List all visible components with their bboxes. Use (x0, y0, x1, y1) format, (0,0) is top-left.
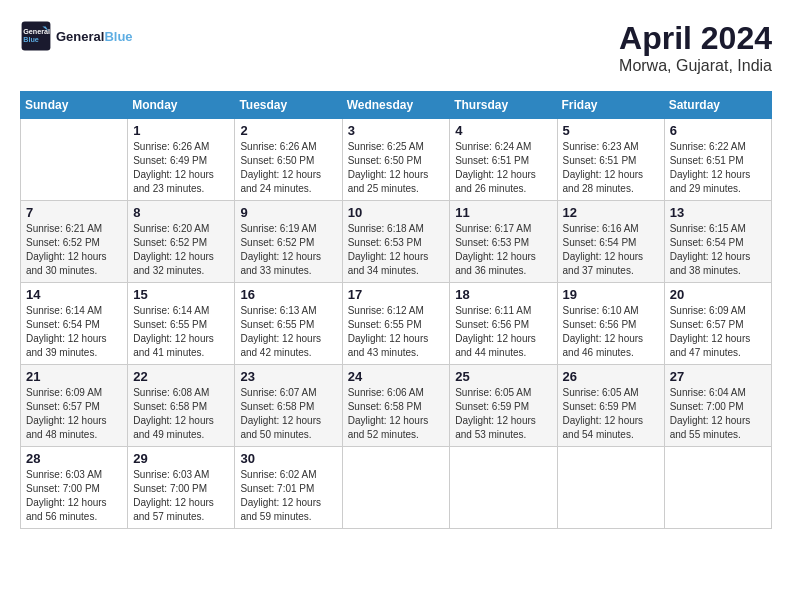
calendar-cell: 5Sunrise: 6:23 AM Sunset: 6:51 PM Daylig… (557, 119, 664, 201)
calendar-cell: 1Sunrise: 6:26 AM Sunset: 6:49 PM Daylig… (128, 119, 235, 201)
day-number: 2 (240, 123, 336, 138)
calendar-cell: 10Sunrise: 6:18 AM Sunset: 6:53 PM Dayli… (342, 201, 450, 283)
calendar-cell: 27Sunrise: 6:04 AM Sunset: 7:00 PM Dayli… (664, 365, 771, 447)
calendar-cell: 4Sunrise: 6:24 AM Sunset: 6:51 PM Daylig… (450, 119, 557, 201)
day-number: 3 (348, 123, 445, 138)
day-number: 7 (26, 205, 122, 220)
day-info: Sunrise: 6:15 AM Sunset: 6:54 PM Dayligh… (670, 222, 766, 278)
weekday-header-tuesday: Tuesday (235, 92, 342, 119)
day-info: Sunrise: 6:05 AM Sunset: 6:59 PM Dayligh… (563, 386, 659, 442)
calendar-cell: 25Sunrise: 6:05 AM Sunset: 6:59 PM Dayli… (450, 365, 557, 447)
day-number: 5 (563, 123, 659, 138)
day-info: Sunrise: 6:07 AM Sunset: 6:58 PM Dayligh… (240, 386, 336, 442)
day-info: Sunrise: 6:26 AM Sunset: 6:49 PM Dayligh… (133, 140, 229, 196)
calendar-cell: 26Sunrise: 6:05 AM Sunset: 6:59 PM Dayli… (557, 365, 664, 447)
day-info: Sunrise: 6:14 AM Sunset: 6:55 PM Dayligh… (133, 304, 229, 360)
weekday-header-friday: Friday (557, 92, 664, 119)
day-info: Sunrise: 6:06 AM Sunset: 6:58 PM Dayligh… (348, 386, 445, 442)
calendar-cell: 15Sunrise: 6:14 AM Sunset: 6:55 PM Dayli… (128, 283, 235, 365)
day-info: Sunrise: 6:11 AM Sunset: 6:56 PM Dayligh… (455, 304, 551, 360)
day-info: Sunrise: 6:08 AM Sunset: 6:58 PM Dayligh… (133, 386, 229, 442)
day-number: 1 (133, 123, 229, 138)
calendar-cell: 19Sunrise: 6:10 AM Sunset: 6:56 PM Dayli… (557, 283, 664, 365)
calendar-week-row: 1Sunrise: 6:26 AM Sunset: 6:49 PM Daylig… (21, 119, 772, 201)
calendar-cell: 22Sunrise: 6:08 AM Sunset: 6:58 PM Dayli… (128, 365, 235, 447)
calendar-cell: 9Sunrise: 6:19 AM Sunset: 6:52 PM Daylig… (235, 201, 342, 283)
day-number: 30 (240, 451, 336, 466)
calendar-cell: 13Sunrise: 6:15 AM Sunset: 6:54 PM Dayli… (664, 201, 771, 283)
day-info: Sunrise: 6:16 AM Sunset: 6:54 PM Dayligh… (563, 222, 659, 278)
day-info: Sunrise: 6:14 AM Sunset: 6:54 PM Dayligh… (26, 304, 122, 360)
day-number: 14 (26, 287, 122, 302)
weekday-header-thursday: Thursday (450, 92, 557, 119)
day-info: Sunrise: 6:25 AM Sunset: 6:50 PM Dayligh… (348, 140, 445, 196)
day-info: Sunrise: 6:21 AM Sunset: 6:52 PM Dayligh… (26, 222, 122, 278)
weekday-header-monday: Monday (128, 92, 235, 119)
day-info: Sunrise: 6:03 AM Sunset: 7:00 PM Dayligh… (26, 468, 122, 524)
calendar-cell: 14Sunrise: 6:14 AM Sunset: 6:54 PM Dayli… (21, 283, 128, 365)
day-number: 25 (455, 369, 551, 384)
day-info: Sunrise: 6:13 AM Sunset: 6:55 PM Dayligh… (240, 304, 336, 360)
weekday-header-saturday: Saturday (664, 92, 771, 119)
calendar-cell: 29Sunrise: 6:03 AM Sunset: 7:00 PM Dayli… (128, 447, 235, 529)
calendar-table: SundayMondayTuesdayWednesdayThursdayFrid… (20, 91, 772, 529)
day-info: Sunrise: 6:23 AM Sunset: 6:51 PM Dayligh… (563, 140, 659, 196)
calendar-cell: 18Sunrise: 6:11 AM Sunset: 6:56 PM Dayli… (450, 283, 557, 365)
day-number: 4 (455, 123, 551, 138)
calendar-cell: 7Sunrise: 6:21 AM Sunset: 6:52 PM Daylig… (21, 201, 128, 283)
day-info: Sunrise: 6:20 AM Sunset: 6:52 PM Dayligh… (133, 222, 229, 278)
calendar-cell (342, 447, 450, 529)
day-info: Sunrise: 6:09 AM Sunset: 6:57 PM Dayligh… (26, 386, 122, 442)
day-number: 8 (133, 205, 229, 220)
page-header: General Blue GeneralBlue April 2024 Morw… (20, 20, 772, 75)
title-block: April 2024 Morwa, Gujarat, India (619, 20, 772, 75)
calendar-cell: 8Sunrise: 6:20 AM Sunset: 6:52 PM Daylig… (128, 201, 235, 283)
calendar-cell: 12Sunrise: 6:16 AM Sunset: 6:54 PM Dayli… (557, 201, 664, 283)
day-info: Sunrise: 6:05 AM Sunset: 6:59 PM Dayligh… (455, 386, 551, 442)
calendar-cell: 17Sunrise: 6:12 AM Sunset: 6:55 PM Dayli… (342, 283, 450, 365)
day-info: Sunrise: 6:10 AM Sunset: 6:56 PM Dayligh… (563, 304, 659, 360)
calendar-cell: 21Sunrise: 6:09 AM Sunset: 6:57 PM Dayli… (21, 365, 128, 447)
day-number: 19 (563, 287, 659, 302)
day-number: 12 (563, 205, 659, 220)
svg-text:Blue: Blue (23, 35, 39, 44)
weekday-header-wednesday: Wednesday (342, 92, 450, 119)
weekday-header-row: SundayMondayTuesdayWednesdayThursdayFrid… (21, 92, 772, 119)
day-info: Sunrise: 6:09 AM Sunset: 6:57 PM Dayligh… (670, 304, 766, 360)
calendar-cell: 20Sunrise: 6:09 AM Sunset: 6:57 PM Dayli… (664, 283, 771, 365)
calendar-cell: 11Sunrise: 6:17 AM Sunset: 6:53 PM Dayli… (450, 201, 557, 283)
weekday-header-sunday: Sunday (21, 92, 128, 119)
day-number: 9 (240, 205, 336, 220)
day-info: Sunrise: 6:18 AM Sunset: 6:53 PM Dayligh… (348, 222, 445, 278)
day-info: Sunrise: 6:22 AM Sunset: 6:51 PM Dayligh… (670, 140, 766, 196)
day-number: 28 (26, 451, 122, 466)
day-number: 15 (133, 287, 229, 302)
calendar-week-row: 21Sunrise: 6:09 AM Sunset: 6:57 PM Dayli… (21, 365, 772, 447)
month-title: April 2024 (619, 20, 772, 57)
calendar-week-row: 7Sunrise: 6:21 AM Sunset: 6:52 PM Daylig… (21, 201, 772, 283)
calendar-cell (450, 447, 557, 529)
logo: General Blue GeneralBlue (20, 20, 133, 52)
calendar-cell: 2Sunrise: 6:26 AM Sunset: 6:50 PM Daylig… (235, 119, 342, 201)
day-info: Sunrise: 6:26 AM Sunset: 6:50 PM Dayligh… (240, 140, 336, 196)
day-info: Sunrise: 6:02 AM Sunset: 7:01 PM Dayligh… (240, 468, 336, 524)
day-number: 21 (26, 369, 122, 384)
calendar-cell: 24Sunrise: 6:06 AM Sunset: 6:58 PM Dayli… (342, 365, 450, 447)
day-number: 6 (670, 123, 766, 138)
calendar-cell (21, 119, 128, 201)
calendar-week-row: 28Sunrise: 6:03 AM Sunset: 7:00 PM Dayli… (21, 447, 772, 529)
location-title: Morwa, Gujarat, India (619, 57, 772, 75)
day-number: 11 (455, 205, 551, 220)
logo-icon: General Blue (20, 20, 52, 52)
calendar-cell: 23Sunrise: 6:07 AM Sunset: 6:58 PM Dayli… (235, 365, 342, 447)
day-number: 13 (670, 205, 766, 220)
day-number: 18 (455, 287, 551, 302)
calendar-cell: 3Sunrise: 6:25 AM Sunset: 6:50 PM Daylig… (342, 119, 450, 201)
day-info: Sunrise: 6:03 AM Sunset: 7:00 PM Dayligh… (133, 468, 229, 524)
day-number: 24 (348, 369, 445, 384)
calendar-week-row: 14Sunrise: 6:14 AM Sunset: 6:54 PM Dayli… (21, 283, 772, 365)
calendar-cell: 16Sunrise: 6:13 AM Sunset: 6:55 PM Dayli… (235, 283, 342, 365)
day-number: 29 (133, 451, 229, 466)
day-number: 10 (348, 205, 445, 220)
day-number: 20 (670, 287, 766, 302)
